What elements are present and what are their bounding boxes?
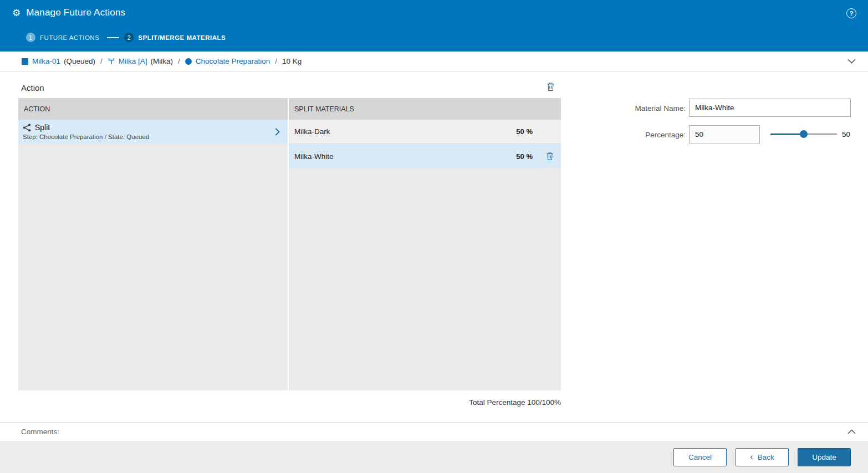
- quantity-label: 10 Kg: [282, 57, 302, 65]
- trash-icon: [547, 82, 555, 91]
- material-percentage: 50 %: [516, 152, 533, 161]
- slider-value-label: 50: [842, 130, 850, 138]
- manage-future-actions-window: ⚙ Manage Future Actions ? 1 FUTURE ACTIO…: [0, 0, 868, 473]
- material-split-icon: [108, 58, 115, 65]
- wizard-step-split-merge[interactable]: 2 SPLIT/MERGE MATERIALS: [124, 33, 226, 42]
- update-button[interactable]: Update: [798, 448, 851, 466]
- back-button-label: Back: [758, 453, 774, 461]
- total-percentage-label: Total Percentage 100/100%: [18, 398, 561, 407]
- action-row-titleline: Split: [23, 123, 269, 132]
- actions-column: ACTION Split S: [18, 98, 288, 390]
- chevron-left-icon: ‹: [750, 453, 753, 461]
- cancel-button-label: Cancel: [688, 453, 712, 461]
- wizard-stepper: 1 FUTURE ACTIONS 2 SPLIT/MERGE MATERIALS: [26, 33, 226, 42]
- material-alias-label: (Milka): [151, 57, 173, 65]
- app-header: ⚙ Manage Future Actions ? 1 FUTURE ACTIO…: [0, 0, 868, 52]
- split-merge-table: ACTION Split S: [18, 98, 561, 390]
- delete-material-button[interactable]: [546, 152, 554, 161]
- percentage-slider-fill: [770, 133, 804, 135]
- material-actions-slot: [533, 152, 554, 161]
- breadcrumb-separator: /: [178, 57, 180, 65]
- footer-bar: Cancel ‹ Back Update: [0, 441, 868, 473]
- breadcrumb-bar: Milka-01 (Queued) / Milka [A] (Milka) / …: [0, 52, 868, 71]
- back-button[interactable]: ‹ Back: [736, 448, 789, 466]
- update-button-label: Update: [812, 453, 836, 461]
- action-row-details: Step: Chocolate Preparation / State: Que…: [23, 133, 269, 140]
- help-icon: ?: [850, 10, 854, 17]
- help-button[interactable]: ?: [846, 8, 856, 18]
- trash-icon: [546, 152, 554, 161]
- wizard-connector: [107, 37, 119, 38]
- breadcrumb-separator: /: [100, 57, 103, 65]
- percentage-label: Percentage:: [645, 131, 686, 139]
- title-bar: ⚙ Manage Future Actions: [0, 0, 868, 25]
- page-title: Manage Future Actions: [26, 7, 125, 18]
- delete-action-button[interactable]: [547, 82, 555, 91]
- gear-icon: ⚙: [12, 8, 21, 18]
- material-name-input[interactable]: [689, 99, 851, 117]
- action-row-split[interactable]: Split Step: Chocolate Preparation / Stat…: [18, 120, 288, 144]
- comments-collapse-button[interactable]: [845, 427, 858, 436]
- material-name: Milka-Dark: [294, 127, 516, 136]
- materials-column: SPLIT MATERIALS Milka-Dark 50 % Milka-Wh…: [289, 98, 561, 390]
- comments-bar: Comments:: [0, 422, 868, 441]
- wizard-step-future-actions[interactable]: 1 FUTURE ACTIONS: [26, 33, 99, 42]
- comments-label: Comments:: [21, 428, 59, 436]
- percentage-slider-handle[interactable]: [800, 130, 808, 138]
- percentage-slider[interactable]: [770, 127, 837, 142]
- material-row[interactable]: Milka-Dark 50 %: [289, 120, 561, 144]
- cancel-button[interactable]: Cancel: [673, 448, 727, 466]
- actions-column-header: ACTION: [18, 98, 288, 120]
- step-2-label: SPLIT/MERGE MATERIALS: [138, 34, 226, 41]
- step-1-badge: 1: [26, 33, 35, 42]
- step-status-icon: [185, 58, 192, 65]
- percentage-input[interactable]: [689, 125, 760, 143]
- lot-link[interactable]: Milka-01: [32, 57, 60, 65]
- material-name-label: Material Name:: [635, 104, 686, 112]
- chevron-right-icon[interactable]: [275, 128, 280, 136]
- material-row[interactable]: Milka-White 50 %: [289, 144, 561, 168]
- materials-column-body: Milka-Dark 50 % Milka-White 50 %: [289, 120, 561, 390]
- material-link[interactable]: Milka [A]: [119, 57, 147, 65]
- split-icon: [23, 124, 31, 132]
- breadcrumb-separator: /: [275, 57, 277, 65]
- actions-column-body: Split Step: Chocolate Preparation / Stat…: [18, 120, 288, 390]
- lot-state-label: (Queued): [64, 57, 95, 65]
- chevron-up-icon: [847, 429, 856, 434]
- material-percentage: 50 %: [516, 127, 533, 136]
- action-row-title: Split: [35, 123, 50, 132]
- breadcrumb-collapse-button[interactable]: [845, 56, 858, 66]
- step-2-badge: 2: [124, 33, 134, 42]
- step-1-label: FUTURE ACTIONS: [40, 34, 99, 41]
- action-section-title: Action: [21, 83, 44, 92]
- material-name: Milka-White: [294, 152, 516, 161]
- chevron-down-icon: [847, 59, 856, 64]
- step-link[interactable]: Chocolate Preparation: [196, 57, 270, 65]
- materials-column-header: SPLIT MATERIALS: [289, 98, 561, 120]
- lot-color-icon: [22, 58, 28, 65]
